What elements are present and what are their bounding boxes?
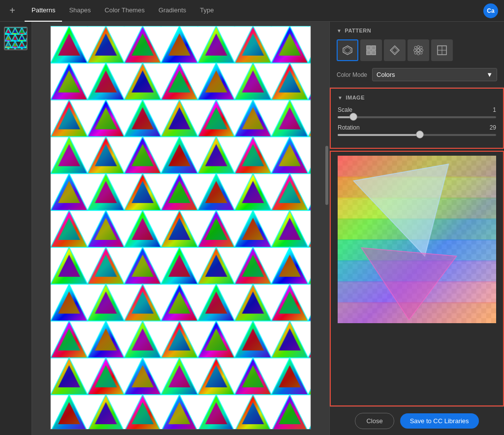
rotation-slider-thumb[interactable] [416, 131, 424, 138]
color-mode-row: Color Mode Colors ▼ [337, 68, 497, 81]
add-button[interactable]: + [5, 3, 20, 18]
scale-label: Scale [338, 106, 352, 113]
rotation-label: Rotation [338, 124, 360, 131]
pattern-section-header[interactable]: ▼ PATTERN [337, 28, 497, 33]
right-panel: ▼ PATTERN [329, 22, 504, 435]
pattern-icons [337, 39, 497, 61]
image-section: ▼ IMAGE Scale 1 Rotation 29 [330, 88, 504, 149]
tab-color-themes[interactable]: Color Themes [98, 0, 152, 22]
preview-image [338, 156, 496, 323]
svg-point-16 [420, 52, 422, 54]
save-button[interactable]: Save to CC Libraries [400, 413, 479, 429]
svg-point-10 [417, 53, 420, 55]
color-mode-chevron-icon: ▼ [486, 71, 493, 78]
rotation-value: 29 [490, 124, 496, 131]
pattern-chevron-icon: ▼ [337, 28, 342, 33]
svg-point-9 [417, 46, 420, 48]
user-avatar[interactable]: Ca [483, 3, 498, 18]
scrollbar[interactable] [325, 146, 328, 205]
svg-point-15 [414, 52, 417, 54]
scale-slider-track[interactable] [338, 116, 496, 118]
svg-point-14 [420, 46, 422, 49]
color-mode-select[interactable]: Colors ▼ [372, 68, 497, 81]
color-mode-label: Color Mode [337, 71, 367, 78]
main-area: ▼ PATTERN [0, 22, 504, 435]
image-section-header[interactable]: ▼ IMAGE [338, 95, 496, 100]
tab-patterns[interactable]: Patterns [25, 0, 62, 22]
scale-slider-row: Scale 1 [338, 106, 496, 118]
thumbnail-item[interactable] [4, 27, 28, 50]
svg-point-12 [421, 49, 423, 52]
left-sidebar [0, 22, 32, 435]
close-button[interactable]: Close [355, 413, 394, 429]
svg-rect-4 [367, 51, 371, 55]
svg-rect-3 [372, 46, 376, 50]
pattern-icon-grid-filled[interactable] [360, 39, 382, 61]
rotation-slider-row: Rotation 29 [338, 124, 496, 136]
preview-section [330, 151, 504, 406]
svg-rect-2 [367, 46, 371, 50]
scale-slider-thumb[interactable] [349, 113, 357, 121]
canvas-wrapper [50, 26, 311, 430]
svg-point-8 [417, 49, 420, 52]
svg-point-11 [414, 49, 416, 52]
scale-value: 1 [493, 106, 496, 113]
bottom-bar: Close Save to CC Libraries [330, 406, 504, 435]
tab-shapes[interactable]: Shapes [62, 0, 97, 22]
tab-bar: + Patterns Shapes Color Themes Gradients… [0, 0, 504, 22]
rotation-slider-track[interactable] [338, 134, 496, 136]
svg-point-13 [414, 46, 417, 49]
pattern-icon-flower[interactable] [408, 39, 429, 61]
svg-marker-1 [345, 47, 350, 53]
svg-rect-5 [372, 51, 376, 55]
pattern-icon-grid[interactable] [431, 39, 453, 61]
tab-type[interactable]: Type [193, 0, 220, 22]
image-chevron-icon: ▼ [338, 95, 343, 100]
pattern-section: ▼ PATTERN [330, 22, 504, 88]
canvas-area [32, 22, 329, 435]
tab-gradients[interactable]: Gradients [152, 0, 193, 22]
pattern-icon-hexagon[interactable] [337, 39, 358, 61]
pattern-icon-diamond[interactable] [384, 39, 406, 61]
